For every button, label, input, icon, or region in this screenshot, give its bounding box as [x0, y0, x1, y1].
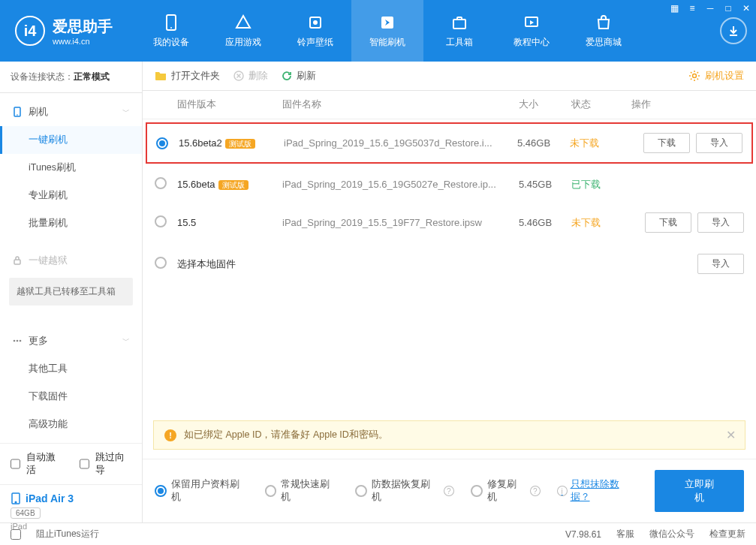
flash-option-2[interactable]: 防数据恢复刷机 ?	[355, 478, 453, 504]
sidebar-item-more-0[interactable]: 其他工具	[0, 355, 142, 383]
app-version: V7.98.61	[565, 529, 601, 540]
delete-button[interactable]: 删除	[233, 69, 268, 83]
erase-data-link[interactable]: i 只想抹除数据？	[557, 478, 638, 504]
chevron-down-icon: ﹀	[122, 107, 130, 117]
nav-tab-tutorial[interactable]: 教程中心	[495, 0, 568, 62]
status-text: 已下载	[571, 179, 601, 190]
close-icon[interactable]: ✕	[726, 428, 736, 442]
download-button[interactable]: 下载	[643, 133, 690, 153]
firmware-name: iPad_Spring_2019_15.6_19G5027e_Restore.i…	[282, 179, 519, 190]
win-maximize-icon[interactable]: □	[723, 3, 733, 14]
svg-point-3	[313, 20, 318, 25]
logo: i4 爱思助手 www.i4.cn	[0, 16, 128, 46]
refresh-button[interactable]: 刷新	[282, 69, 316, 83]
help-icon[interactable]: ?	[444, 486, 454, 496]
jailbreak-note: 越狱工具已转移至工具箱	[9, 278, 133, 306]
footer-link-update[interactable]: 检查更新	[709, 528, 745, 540]
logo-icon: i4	[15, 16, 45, 46]
sidebar-heading-more[interactable]: 更多 ﹀	[0, 327, 142, 355]
radio-button[interactable]	[355, 485, 367, 497]
beta-badge: 测试版	[225, 139, 255, 149]
svg-point-12	[20, 340, 22, 342]
flash-option-0[interactable]: 保留用户资料刷机	[155, 478, 248, 504]
status-text: 未下载	[571, 217, 601, 228]
radio-button[interactable]	[471, 485, 483, 497]
win-close-icon[interactable]: ✕	[741, 3, 751, 14]
firmware-name: iPad_Spring_2019_15.6_19G5037d_Restore.i…	[284, 137, 517, 149]
tutorial-icon	[523, 14, 541, 32]
toolbox-icon	[450, 14, 468, 32]
info-icon: i	[557, 486, 568, 496]
table-row[interactable]: 15.6beta测试版iPad_Spring_2019_15.6_19G5027…	[143, 167, 756, 202]
svg-point-10	[14, 340, 16, 342]
table-row[interactable]: 15.6beta2测试版iPad_Spring_2019_15.6_19G503…	[146, 122, 753, 164]
nav-tab-apps[interactable]: 应用游戏	[207, 0, 279, 62]
firmware-name: iPad_Spring_2019_15.5_19F77_Restore.ipsw	[282, 217, 519, 228]
sidebar-item-flash-3[interactable]: 批量刷机	[0, 209, 142, 237]
win-minimize-icon[interactable]: ─	[705, 3, 715, 14]
alert-bar: ! 如已绑定 Apple ID，请准备好 Apple ID和密码。 ✕	[153, 420, 745, 450]
radio-button[interactable]	[155, 177, 167, 189]
nav-tab-ringtone[interactable]: 铃声壁纸	[279, 0, 351, 62]
radio-button[interactable]	[156, 137, 168, 149]
svg-point-11	[17, 340, 19, 342]
flash-options: 保留用户资料刷机常规快速刷机防数据恢复刷机 ?修复刷机 ? i 只想抹除数据？ …	[143, 459, 756, 522]
sidebar-item-more-1[interactable]: 下载固件	[0, 383, 142, 411]
sidebar-item-flash-2[interactable]: 专业刷机	[0, 182, 142, 209]
radio-button[interactable]	[155, 215, 167, 227]
status-text: 未下载	[570, 137, 599, 149]
app-domain: www.i4.cn	[53, 37, 113, 46]
open-folder-button[interactable]: 打开文件夹	[155, 69, 220, 83]
table-header: 固件版本 固件名称 大小 状态 操作	[143, 91, 756, 119]
flash-settings-button[interactable]: 刷机设置	[688, 69, 744, 83]
sidebar-heading-jailbreak[interactable]: 一键越狱	[0, 246, 142, 275]
auto-activate-row: 自动激活 跳过向导	[0, 443, 142, 484]
chevron-down-icon: ﹀	[122, 336, 130, 346]
svg-point-14	[15, 501, 17, 503]
device-icon	[162, 14, 180, 32]
sidebar-item-more-2[interactable]: 高级功能	[0, 411, 142, 438]
nav-tab-device[interactable]: 我的设备	[135, 0, 207, 62]
import-button[interactable]: 导入	[697, 254, 744, 274]
table-row[interactable]: 15.5iPad_Spring_2019_15.5_19F77_Restore.…	[143, 202, 756, 243]
sidebar-item-flash-1[interactable]: iTunes刷机	[0, 154, 142, 182]
nav-tab-flash[interactable]: 智能刷机	[351, 0, 423, 62]
footer-link-wechat[interactable]: 微信公众号	[649, 528, 694, 540]
nav-tab-store[interactable]: 爱思商城	[568, 0, 640, 62]
flash-option-1[interactable]: 常规快速刷机	[265, 478, 339, 504]
download-icon[interactable]	[720, 17, 747, 44]
radio-button[interactable]	[155, 257, 167, 269]
win-grid-icon[interactable]: ▦	[669, 3, 679, 14]
flash-option-3[interactable]: 修复刷机 ?	[471, 478, 541, 504]
win-menu-icon[interactable]: ≡	[687, 3, 697, 14]
start-flash-button[interactable]: 立即刷机	[655, 470, 744, 512]
download-button[interactable]: 下载	[645, 212, 691, 233]
block-itunes-checkbox[interactable]	[11, 529, 21, 540]
sidebar: 设备连接状态：正常模式 刷机 ﹀ 一键刷机iTunes刷机专业刷机批量刷机 一键…	[0, 62, 143, 522]
footer-link-support[interactable]: 客服	[616, 528, 634, 540]
window-controls: ▦ ≡ ─ □ ✕	[669, 3, 751, 14]
radio-button[interactable]	[265, 485, 277, 497]
app-header: ▦ ≡ ─ □ ✕ i4 爱思助手 www.i4.cn 我的设备应用游戏铃声壁纸…	[0, 0, 756, 62]
skip-guide-checkbox[interactable]	[80, 459, 89, 469]
import-button[interactable]: 导入	[696, 133, 742, 153]
import-button[interactable]: 导入	[697, 212, 744, 233]
warning-icon: !	[164, 429, 176, 441]
svg-rect-5	[453, 20, 465, 29]
sidebar-heading-flash[interactable]: 刷机 ﹀	[0, 98, 142, 126]
beta-badge: 测试版	[218, 180, 248, 190]
toolbar: 打开文件夹 删除 刷新 刷机设置	[143, 62, 756, 91]
app-name: 爱思助手	[53, 17, 113, 37]
radio-button[interactable]	[155, 485, 167, 497]
table-row[interactable]: 选择本地固件导入	[143, 243, 756, 285]
ringtone-icon	[306, 14, 324, 32]
main-content: 打开文件夹 删除 刷新 刷机设置 固件版本 固件名称 大小 状态 操作 15.6…	[143, 62, 756, 522]
apps-icon	[234, 14, 252, 32]
svg-point-8	[17, 114, 18, 116]
sidebar-item-flash-0[interactable]: 一键刷机	[0, 126, 142, 154]
svg-rect-9	[14, 260, 20, 264]
nav-tab-toolbox[interactable]: 工具箱	[423, 0, 495, 62]
help-icon[interactable]: ?	[530, 486, 541, 496]
auto-activate-checkbox[interactable]	[11, 459, 20, 469]
svg-point-16	[693, 74, 697, 78]
